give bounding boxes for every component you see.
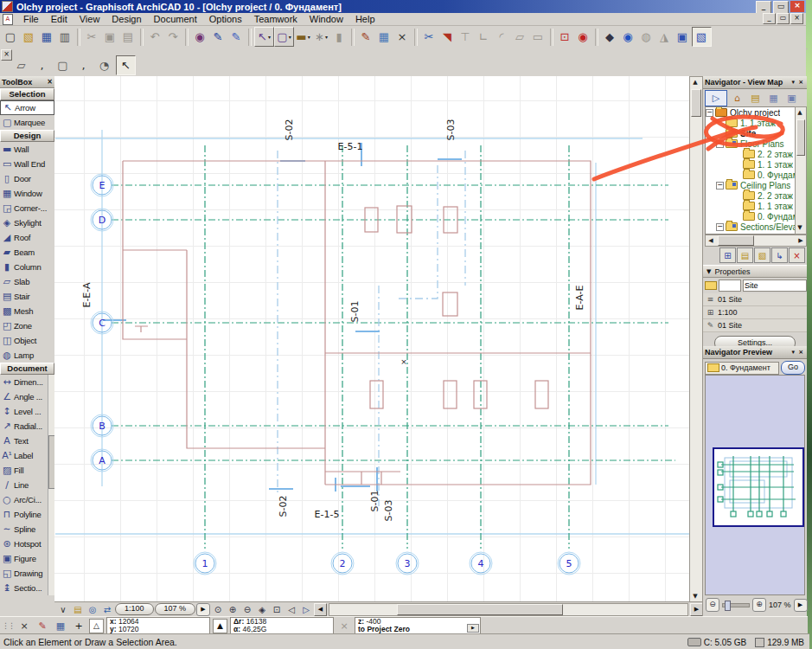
section-label[interactable]: S-03	[445, 119, 457, 141]
tree-item[interactable]: 1. 1 этаж	[706, 159, 796, 170]
cut-icon[interactable]: ✂	[83, 28, 101, 46]
story-row[interactable]: ≡ 01 Site	[703, 293, 807, 306]
preview-current-item[interactable]: 0. Фундамент	[705, 362, 779, 375]
mdi-minimize-button[interactable]: _	[763, 13, 776, 24]
stretch-icon[interactable]: ▭	[529, 28, 547, 46]
tree-item[interactable]: − Olchy project	[706, 107, 796, 118]
grid-bubble-label[interactable]: 3	[405, 558, 411, 569]
layout-book-icon[interactable]: ▦	[765, 91, 782, 106]
toolbox-section-selection[interactable]: Selection	[0, 88, 54, 100]
xy-coordinate-field[interactable]: x: 12064 y: 10720	[106, 617, 210, 634]
preview-more-button[interactable]: ▶	[794, 599, 808, 612]
line-tool[interactable]: /Line	[0, 478, 54, 492]
tree-item[interactable]: − Ceiling Plans	[706, 180, 796, 190]
label-tool[interactable]: A¹Label	[0, 448, 54, 463]
figure-tool[interactable]: ▣Figure	[0, 551, 54, 566]
inject-params-icon[interactable]: ✎	[227, 28, 246, 46]
arrow-tool[interactable]: ↖Arrow	[0, 100, 54, 115]
comma-1[interactable]: ,	[33, 56, 51, 74]
hscroll-left-icon[interactable]: ◀	[314, 603, 327, 616]
tree-item[interactable]: 1. 1 этаж	[706, 118, 796, 128]
slab-tool[interactable]: ▱Slab	[0, 274, 54, 289]
view-name-field[interactable]	[743, 280, 807, 292]
intersect-icon[interactable]: ∟	[475, 28, 493, 46]
toolbox-header[interactable]: ToolBox ×	[0, 76, 54, 88]
minimize-button[interactable]: _	[756, 1, 771, 14]
view-id-field[interactable]	[719, 280, 741, 292]
viewpoint-chooser-icon[interactable]: ▷	[705, 90, 727, 106]
publisher-icon[interactable]: ▣	[783, 91, 800, 106]
zoom-level-button[interactable]: 107 %	[155, 603, 196, 615]
section-label[interactable]: S-02	[284, 119, 295, 141]
nav-open-folder-button[interactable]: ▧	[754, 247, 770, 263]
nav-new-folder-button[interactable]: ▤	[737, 247, 753, 263]
tree-item[interactable]: 0. Фундамент	[706, 170, 796, 180]
go-button[interactable]: Go	[781, 361, 805, 375]
restore-button[interactable]: ▭	[773, 1, 789, 14]
seal-icon[interactable]: ◉	[574, 28, 592, 46]
3d-document-icon[interactable]: ▣	[674, 28, 692, 46]
navigator-collapse-icon[interactable]: ▾	[790, 79, 797, 86]
menu-item[interactable]: Options	[203, 14, 248, 24]
menu-item[interactable]: Help	[349, 14, 381, 24]
scroll-thumb[interactable]	[691, 89, 701, 117]
preview-zoom-out-icon[interactable]: ⊖	[706, 598, 719, 612]
tracker-icon[interactable]: ✎	[35, 619, 50, 633]
zoom-in-icon[interactable]: ⊕	[226, 603, 240, 615]
door-tool[interactable]: ▯Door	[0, 171, 54, 186]
arrow-mode-icon[interactable]: ↖▾	[254, 27, 274, 47]
walk-icon[interactable]: ◮	[655, 28, 674, 46]
snap-grid-icon[interactable]: ∗▾	[312, 28, 330, 46]
floor-plan-canvas[interactable]: EDCBA12345S-02E-5-1S-03E-E-AS-01E-A-ES-0…	[54, 76, 689, 601]
tree-scroll-thumb[interactable]	[796, 119, 805, 156]
toolbar-button[interactable]	[595, 29, 598, 46]
spline-tool[interactable]: ∼Spline	[0, 522, 54, 537]
section-label[interactable]: E-1-5	[315, 509, 340, 520]
beam-tool[interactable]: ▰Beam	[0, 245, 54, 260]
rotate-mode-icon[interactable]: ◔	[95, 56, 113, 74]
zoom-options-icon[interactable]: ⊙	[211, 603, 225, 615]
3d-window-icon[interactable]: ▧	[692, 27, 712, 47]
undo-icon[interactable]: ↶	[146, 28, 164, 46]
preview-thumbnail[interactable]	[713, 447, 804, 527]
pick-params-icon[interactable]: ✎	[209, 28, 227, 46]
tree-scroll-down-icon[interactable]: ▼	[796, 222, 804, 234]
tree-item[interactable]: − Sections/Elevations	[706, 222, 796, 232]
toolbar-button[interactable]	[414, 29, 418, 46]
grid-bubble-label[interactable]: C	[99, 318, 105, 329]
pen-sets-icon[interactable]: ▤	[71, 603, 85, 615]
toolbox-scrollbar[interactable]	[48, 375, 54, 595]
clean-walls-icon[interactable]: ×	[393, 28, 412, 46]
document-icon[interactable]: A	[3, 14, 13, 25]
section-label[interactable]: E-E-A	[81, 282, 93, 308]
tree-item[interactable]: Site	[706, 128, 796, 138]
fit-in-window-icon[interactable]: ⊡	[270, 603, 284, 615]
menu-item[interactable]: View	[74, 14, 106, 24]
canvas-vertical-scrollbar[interactable]: ▲ ▼	[689, 76, 703, 603]
drawing-tool[interactable]: ◱Drawing	[0, 566, 54, 581]
drag-grip-icon[interactable]: ⋮⋮	[2, 621, 14, 630]
angle-dimension-tool[interactable]: ∠Angle ...	[0, 389, 54, 404]
close-button[interactable]: ×	[790, 1, 804, 12]
adjust-icon[interactable]: ⊤	[457, 28, 475, 46]
previous-zoom-icon[interactable]: ◁	[285, 603, 298, 615]
grid-bubble-label[interactable]: B	[99, 421, 105, 432]
toolbar-button[interactable]	[351, 29, 355, 46]
tree-expand-box[interactable]: −	[716, 182, 724, 190]
section-tool[interactable]: ↨Sectio...	[0, 581, 54, 595]
nav-delete-button[interactable]: ×	[789, 247, 805, 263]
split-icon[interactable]: ◥	[438, 28, 457, 46]
z-coordinate-field[interactable]: z: -400 to Project Zero ▶	[355, 617, 481, 634]
menu-item[interactable]: Window	[304, 14, 349, 24]
skylight-tool[interactable]: ◈Skylight	[0, 215, 54, 230]
tree-scroll-right-icon[interactable]: ▶	[796, 235, 806, 247]
current-tool-arrow-icon[interactable]: ↖	[116, 55, 136, 75]
tree-horizontal-scrollbar[interactable]: ◀ ▶	[705, 235, 807, 247]
tree-item[interactable]: − Floor Plans	[706, 138, 796, 149]
radial-dimension-tool[interactable]: ↗Radial...	[0, 419, 54, 434]
zoom-out-icon[interactable]: ⊖	[240, 603, 254, 615]
project-map-icon[interactable]: ⌂	[729, 91, 745, 106]
toolbar-button[interactable]	[550, 29, 553, 46]
toolbox-section-document[interactable]: Document	[0, 363, 54, 375]
dimension-tool[interactable]: ↔Dimen...	[0, 375, 54, 389]
